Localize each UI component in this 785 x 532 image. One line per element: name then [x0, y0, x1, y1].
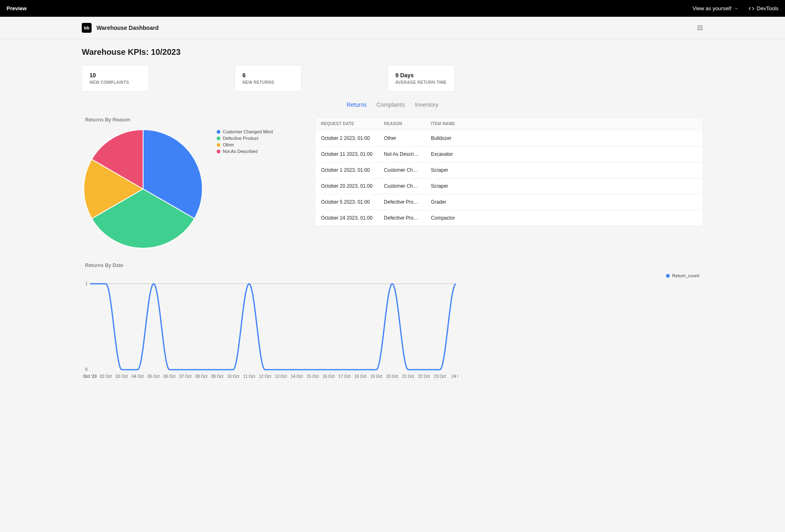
kpi-card-avg-return-time: 9 Days Average Return Time	[388, 65, 455, 92]
svg-text:0: 0	[85, 367, 87, 372]
table-cell: Defective Product	[378, 210, 425, 226]
kpi-card-returns: 6 New Returns	[235, 65, 302, 92]
line-chart-title: Returns By Date	[85, 263, 703, 268]
legend-dot-icon	[217, 143, 220, 147]
table-cell: Defective Product	[378, 194, 425, 210]
table-cell: October 20 2023, 01:00	[315, 178, 378, 194]
svg-point-8	[701, 29, 702, 30]
table-cell: Compactor	[425, 210, 703, 226]
legend-dot-icon	[217, 137, 220, 140]
tab-inventory[interactable]: Inventory	[415, 100, 439, 110]
svg-text:18 Oct: 18 Oct	[354, 374, 367, 379]
preview-topbar: Preview View as yourself DevTools	[0, 0, 785, 17]
preview-label: Preview	[7, 5, 27, 11]
svg-text:24 O: 24 O	[451, 374, 458, 379]
svg-point-0	[698, 25, 699, 27]
svg-text:05 Oct: 05 Oct	[148, 374, 160, 379]
table-row[interactable]: October 20 2023, 01:00Customer Changed M…	[315, 178, 703, 194]
svg-point-5	[701, 27, 702, 29]
returns-by-date-panel: Returns By Date Return_count 01Oct '2302…	[82, 263, 703, 382]
tab-bar: Returns Complaints Inventory	[82, 100, 703, 110]
svg-point-6	[698, 29, 699, 30]
svg-text:11 Oct: 11 Oct	[243, 374, 255, 379]
table-cell: Scraper	[425, 178, 703, 194]
table-row[interactable]: October 11 2023, 01:00Not As DescribedEx…	[315, 146, 703, 162]
pie-chart	[82, 128, 204, 250]
svg-point-7	[700, 29, 701, 30]
kpi-row: 10 New Complaints 6 New Returns 9 Days A…	[82, 65, 703, 92]
table-row[interactable]: October 5 2023, 01:00Defective ProductGr…	[315, 194, 703, 210]
tab-returns[interactable]: Returns	[347, 100, 367, 110]
table-header-date[interactable]: Request Date	[315, 117, 378, 130]
svg-text:23 Oct: 23 Oct	[434, 374, 446, 379]
svg-point-4	[700, 27, 701, 29]
legend-dot-icon	[217, 150, 220, 153]
legend-label: Defective Product	[223, 136, 258, 141]
svg-point-3	[698, 27, 699, 29]
view-as-label: View as yourself	[693, 5, 731, 11]
kpi-value: 6	[242, 72, 294, 79]
svg-text:21 Oct: 21 Oct	[402, 374, 415, 379]
table-header-item[interactable]: Item Name	[425, 117, 703, 130]
legend-item: Customer Changed Mind	[217, 129, 273, 134]
app-title: Warehouse Dashboard	[96, 25, 159, 31]
legend-label: Customer Changed Mind	[223, 129, 273, 134]
svg-text:07 Oct: 07 Oct	[179, 374, 192, 379]
svg-text:16 Oct: 16 Oct	[323, 374, 335, 379]
svg-point-1	[700, 25, 701, 27]
legend-item: Not As Described	[217, 149, 273, 154]
kpi-value: 10	[90, 72, 141, 79]
table-row[interactable]: October 2 2023, 01:00OtherBulldozer	[315, 130, 703, 146]
table-cell: October 2 2023, 01:00	[315, 130, 378, 146]
svg-text:13 Oct: 13 Oct	[275, 374, 287, 379]
table-cell: October 1 2023, 01:00	[315, 162, 378, 178]
kpi-label: New Returns	[242, 80, 294, 85]
svg-text:12 Oct: 12 Oct	[259, 374, 271, 379]
app-header: bb Warehouse Dashboard	[0, 17, 785, 39]
svg-text:20 Oct: 20 Oct	[386, 374, 399, 379]
svg-text:15 Oct: 15 Oct	[307, 374, 319, 379]
svg-text:08 Oct: 08 Oct	[195, 374, 208, 379]
table-cell: Not As Described	[378, 146, 425, 162]
svg-text:10 Oct: 10 Oct	[227, 374, 239, 379]
devtools-label: DevTools	[757, 5, 778, 11]
tab-complaints[interactable]: Complaints	[377, 100, 405, 110]
table-cell: October 24 2023, 01:00	[315, 210, 378, 226]
line-series	[90, 284, 456, 370]
table-header-reason[interactable]: Reason	[378, 117, 425, 130]
svg-text:09 Oct: 09 Oct	[211, 374, 224, 379]
table-cell: Customer Changed M…	[378, 178, 425, 194]
chevron-down-icon	[734, 6, 739, 11]
devtools-button[interactable]: DevTools	[749, 5, 778, 11]
table-cell: Bulldozer	[425, 130, 703, 146]
svg-text:1: 1	[85, 281, 87, 286]
table-row[interactable]: October 1 2023, 01:00Customer Changed M……	[315, 162, 703, 178]
table-cell: Other	[378, 130, 425, 146]
legend-dot-icon	[666, 274, 670, 278]
table-row[interactable]: October 24 2023, 01:00Defective ProductC…	[315, 210, 703, 226]
kpi-label: New Complaints	[90, 80, 141, 85]
svg-text:02 Oct: 02 Oct	[100, 374, 112, 379]
legend-item: Defective Product	[217, 136, 273, 141]
kpi-value: 9 Days	[395, 72, 447, 79]
table-cell: October 5 2023, 01:00	[315, 194, 378, 210]
grid-icon	[697, 25, 703, 31]
legend-label: Not As Described	[223, 149, 258, 154]
table-cell: Customer Changed M…	[378, 162, 425, 178]
line-chart: 01Oct '2302 Oct03 Oct04 Oct05 Oct06 Oct0…	[82, 280, 458, 382]
legend-label: Other	[223, 142, 234, 147]
apps-grid-button[interactable]	[697, 25, 703, 31]
table-cell: Scraper	[425, 162, 703, 178]
legend-dot-icon	[217, 130, 220, 134]
svg-text:14 Oct: 14 Oct	[291, 374, 303, 379]
pie-legend: Customer Changed MindDefective ProductOt…	[217, 129, 273, 155]
view-as-dropdown[interactable]: View as yourself	[693, 5, 738, 11]
svg-point-2	[701, 25, 702, 27]
svg-text:17 Oct: 17 Oct	[339, 374, 351, 379]
legend-item: Other	[217, 142, 273, 147]
table-cell: Excavator	[425, 146, 703, 162]
svg-text:04 Oct: 04 Oct	[132, 374, 144, 379]
svg-text:06 Oct: 06 Oct	[164, 374, 176, 379]
code-icon	[749, 6, 754, 11]
app-logo-icon: bb	[82, 23, 92, 33]
